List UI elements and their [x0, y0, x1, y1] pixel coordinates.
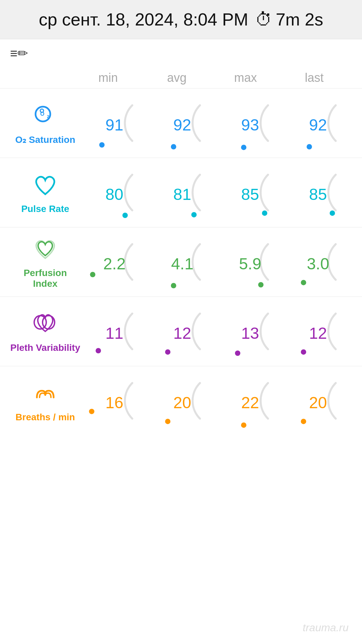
- gauge-value-breaths-min: 16: [106, 393, 123, 412]
- gauge-value-perfusion-last: 3.0: [307, 255, 329, 273]
- metric-values-pleth: 11 12 13 12: [80, 303, 352, 360]
- col-max: max: [211, 71, 280, 85]
- header-duration: ⏱ 7m 2s: [255, 9, 323, 30]
- o2-name: O₂ Saturation: [15, 134, 75, 145]
- gauge-value-o2-last: 92: [309, 116, 327, 134]
- header-datetime: ср сент. 18, 2024, 8:04 PM: [39, 9, 248, 30]
- pleth-icon: [30, 310, 60, 340]
- metric-values-perfusion: 2.2 4.1 5.9 3.0: [80, 233, 352, 290]
- svg-point-14: [258, 282, 263, 287]
- svg-point-13: [171, 283, 176, 288]
- gauge-value-pulse-avg: 81: [173, 185, 191, 204]
- pulse-icon: [30, 171, 60, 201]
- svg-point-7: [307, 144, 312, 150]
- gauge-value-breaths-last: 20: [309, 393, 327, 412]
- breaths-icon: [30, 379, 60, 409]
- gauge-pleth-max: 13: [219, 303, 281, 360]
- gauge-value-breaths-avg: 20: [173, 393, 191, 412]
- svg-point-4: [99, 142, 105, 148]
- svg-point-11: [330, 210, 335, 216]
- svg-point-15: [301, 280, 306, 285]
- metrics-container: O 2 O₂ Saturation 91 92 93: [0, 88, 362, 435]
- column-headers: min avg max last: [0, 67, 362, 88]
- gauge-value-o2-min: 91: [106, 116, 123, 134]
- gauge-pleth-last: 12: [287, 303, 349, 360]
- perfusion-icon: [30, 235, 60, 265]
- o2-icon: O 2: [30, 101, 60, 131]
- metric-values-o2: 91 92 93 92: [80, 95, 352, 152]
- svg-point-8: [122, 213, 128, 218]
- svg-point-12: [90, 272, 95, 277]
- edit-button[interactable]: ≡✏: [10, 46, 28, 61]
- col-avg: avg: [142, 71, 211, 85]
- svg-point-3: [40, 109, 44, 112]
- metric-values-pulse: 80 81 85 85: [80, 164, 352, 221]
- metric-label-pleth: Pleth Variability: [10, 310, 80, 353]
- gauge-value-pleth-avg: 12: [173, 324, 191, 342]
- gauge-value-breaths-max: 22: [241, 393, 259, 412]
- gauge-o2-min: 91: [83, 95, 145, 152]
- gauge-value-perfusion-avg: 4.1: [171, 255, 193, 273]
- gauge-value-pulse-last: 85: [309, 185, 327, 204]
- gauge-value-pleth-last: 12: [309, 324, 327, 342]
- metric-row-perfusion: Perfusion Index 2.2 4.1 5.9 3.: [0, 227, 362, 297]
- metric-label-o2: O 2 O₂ Saturation: [10, 101, 80, 145]
- gauge-breaths-max: 22: [219, 372, 281, 429]
- svg-point-21: [301, 349, 306, 355]
- watermark: trauma.ru: [303, 622, 349, 634]
- perfusion-name: Perfusion Index: [10, 268, 80, 289]
- metric-label-perfusion: Perfusion Index: [10, 235, 80, 289]
- gauge-breaths-min: 16: [83, 372, 145, 429]
- gauge-value-o2-max: 93: [241, 116, 259, 134]
- metric-row-pulse: Pulse Rate 80 81 85 85: [0, 158, 362, 227]
- gauge-value-pleth-min: 11: [106, 324, 123, 342]
- metric-label-pulse: Pulse Rate: [10, 171, 80, 214]
- header: ср сент. 18, 2024, 8:04 PM ⏱ 7m 2s: [0, 0, 362, 39]
- gauge-perfusion-last: 3.0: [287, 233, 349, 290]
- svg-point-24: [241, 422, 246, 428]
- gauge-perfusion-min: 2.2: [83, 233, 145, 290]
- gauge-pulse-max: 85: [219, 164, 281, 221]
- gauge-value-pulse-max: 85: [241, 185, 259, 204]
- gauge-o2-avg: 92: [151, 95, 213, 152]
- metric-row-pleth: Pleth Variability 11 12 13 12: [0, 297, 362, 366]
- gauge-pulse-last: 85: [287, 164, 349, 221]
- svg-point-20: [235, 351, 240, 356]
- gauge-value-perfusion-min: 2.2: [103, 255, 126, 273]
- svg-point-18: [96, 348, 101, 354]
- gauge-value-o2-avg: 92: [173, 116, 191, 134]
- svg-point-25: [301, 419, 306, 424]
- svg-point-19: [165, 349, 171, 355]
- gauge-value-perfusion-max: 5.9: [239, 255, 261, 273]
- svg-point-22: [89, 409, 94, 414]
- svg-point-5: [171, 144, 176, 150]
- gauge-pulse-avg: 81: [151, 164, 213, 221]
- gauge-breaths-avg: 20: [151, 372, 213, 429]
- metric-label-breaths: Breaths / min: [10, 379, 80, 423]
- gauge-pleth-avg: 12: [151, 303, 213, 360]
- clock-icon: ⏱: [255, 9, 273, 30]
- svg-point-6: [241, 145, 246, 150]
- breaths-name: Breaths / min: [15, 412, 75, 423]
- metric-row-breaths: Breaths / min 16 20 22 20: [0, 366, 362, 435]
- svg-text:2: 2: [47, 114, 49, 119]
- svg-point-10: [262, 210, 267, 216]
- toolbar: ≡✏: [0, 39, 362, 67]
- gauge-value-pulse-min: 80: [106, 185, 123, 204]
- col-min: min: [74, 71, 142, 85]
- svg-point-23: [165, 419, 171, 424]
- gauge-perfusion-avg: 4.1: [151, 233, 213, 290]
- gauge-pulse-min: 80: [83, 164, 145, 221]
- gauge-perfusion-max: 5.9: [219, 233, 281, 290]
- pulse-name: Pulse Rate: [21, 204, 69, 214]
- gauge-o2-last: 92: [287, 95, 349, 152]
- metric-values-breaths: 16 20 22 20: [80, 372, 352, 429]
- metric-row-o2: O 2 O₂ Saturation 91 92 93: [0, 88, 362, 158]
- gauge-breaths-last: 20: [287, 372, 349, 429]
- gauge-pleth-min: 11: [83, 303, 145, 360]
- gauge-o2-max: 93: [219, 95, 281, 152]
- svg-point-9: [191, 212, 197, 217]
- gauge-value-pleth-max: 13: [241, 324, 259, 342]
- col-last: last: [280, 71, 349, 85]
- pleth-name: Pleth Variability: [10, 342, 80, 353]
